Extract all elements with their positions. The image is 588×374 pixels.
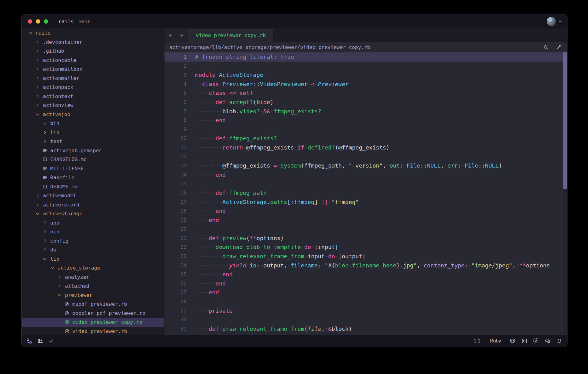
code-line-31[interactable]: 31····def·draw_relevant_frame_from(file,… — [164, 324, 567, 334]
code-line-14[interactable]: 14······end — [164, 170, 567, 179]
code-line-1[interactable]: 1#·frozen_string_literal:·true — [164, 52, 567, 62]
line-number[interactable]: 15 — [164, 179, 187, 188]
line-number[interactable]: 10 — [164, 134, 187, 143]
line-number[interactable]: 30 — [164, 315, 187, 324]
line-number[interactable]: 20 — [164, 225, 187, 234]
code-line-5[interactable]: 5····class·<<·self — [164, 89, 567, 98]
code-line-24[interactable]: 24··········yield·io:·output,·filename:·… — [164, 261, 567, 270]
breadcrumb[interactable]: activestorage/lib/active_storage/preview… — [169, 44, 370, 50]
tree-item-active-storage[interactable]: active_storage — [22, 263, 164, 273]
tree-item-previewer[interactable]: previewer — [22, 291, 164, 300]
code-line-21[interactable]: 21····def·preview(**options) — [164, 234, 567, 243]
project-panel-icon[interactable] — [25, 337, 33, 345]
line-number[interactable]: 16 — [164, 188, 187, 198]
navigate-back-button[interactable] — [168, 32, 174, 38]
tree-item-actionmailer[interactable]: actionmailer — [22, 74, 164, 83]
tree-item-bin[interactable]: bin — [22, 119, 164, 128]
tree-item-activerecord[interactable]: activerecord — [22, 200, 164, 210]
line-number[interactable]: 31 — [164, 324, 187, 334]
line-number[interactable]: 3 — [164, 70, 187, 80]
code-line-18[interactable]: 18······end — [164, 206, 567, 216]
line-number[interactable]: 14 — [164, 170, 187, 179]
tree-item-mit-license[interactable]: MIT-LICENSE — [22, 164, 164, 173]
tree-item-lib[interactable]: lib — [22, 128, 164, 137]
line-number[interactable]: 7 — [164, 107, 187, 116]
notifications-bell-icon[interactable] — [556, 337, 563, 345]
tree-item-poppler-pdf-previewer-rb[interactable]: poppler_pdf_previewer.rb — [22, 309, 164, 318]
code-line-13[interactable]: 13········@ffmpeg_exists·=·system(ffmpeg… — [164, 161, 567, 170]
line-number[interactable]: 11 — [164, 143, 187, 152]
navigate-forward-button[interactable] — [179, 32, 185, 38]
line-number[interactable]: 25 — [164, 270, 187, 279]
line-number[interactable]: 1 — [164, 52, 187, 62]
code-line-12[interactable]: 12 — [164, 152, 567, 161]
code-line-7[interactable]: 7········blob.video?·&&·ffmpeg_exists? — [164, 107, 567, 116]
code-line-19[interactable]: 19····end — [164, 216, 567, 225]
tree-item-activejob-gemspec[interactable]: activejob.gemspec — [22, 146, 164, 155]
tree-item-video-previewer-rb[interactable]: video_previewer.rb — [22, 327, 164, 335]
code-line-9[interactable]: 9 — [164, 125, 567, 134]
line-number[interactable]: 17 — [164, 198, 187, 207]
tree-item-app[interactable]: app — [22, 218, 164, 228]
close-button[interactable] — [28, 19, 32, 24]
scrollbar-thumb[interactable] — [563, 52, 567, 189]
code-area[interactable]: 1#·frozen_string_literal:·true23module·A… — [164, 52, 567, 335]
line-number[interactable]: 19 — [164, 216, 187, 225]
line-number[interactable]: 28 — [164, 297, 187, 306]
code-line-20[interactable]: 20 — [164, 225, 567, 234]
feedback-icon[interactable] — [544, 337, 551, 345]
copilot-icon[interactable] — [509, 337, 516, 345]
tree-item-readme-md[interactable]: README.md — [22, 182, 164, 191]
code-line-15[interactable]: 15 — [164, 179, 567, 188]
code-line-2[interactable]: 2 — [164, 62, 567, 71]
line-number[interactable]: 13 — [164, 161, 187, 170]
tree-item-video-previewer-copy-rb[interactable]: video_previewer copy.rb — [22, 318, 164, 327]
line-number[interactable]: 22 — [164, 243, 187, 252]
inline-assist-wand-icon[interactable] — [556, 44, 562, 50]
avatar[interactable] — [546, 17, 556, 26]
tree-item-activestorage[interactable]: activestorage — [22, 209, 164, 218]
chevron-down-icon[interactable] — [558, 19, 563, 24]
code-line-28[interactable]: 28 — [164, 297, 567, 306]
code-line-25[interactable]: 25········end — [164, 270, 567, 279]
minimize-button[interactable] — [36, 19, 40, 24]
code-line-23[interactable]: 23········draw_relevant_frame_from·input… — [164, 252, 567, 261]
tree-item-actionmailbox[interactable]: actionmailbox — [22, 65, 164, 74]
project-name[interactable]: rails — [58, 19, 74, 25]
diagnostics-check-icon[interactable] — [47, 337, 55, 345]
tree-item--github[interactable]: .github — [22, 47, 164, 56]
tree-item-bin[interactable]: bin — [22, 227, 164, 236]
tree-item-lib[interactable]: lib — [22, 255, 164, 264]
tree-item-db[interactable]: db — [22, 245, 164, 255]
line-number[interactable]: 4 — [164, 80, 187, 89]
tree-item-rakefile[interactable]: Rakefile — [22, 173, 164, 182]
language-selector[interactable]: Ruby — [490, 338, 501, 344]
line-number[interactable]: 24 — [164, 261, 187, 270]
tree-item-analyzer[interactable]: analyzer — [22, 273, 164, 282]
code-line-27[interactable]: 27····end — [164, 288, 567, 297]
tree-item-test[interactable]: test — [22, 137, 164, 146]
code-line-8[interactable]: 8······end — [164, 116, 567, 125]
zoom-button[interactable] — [44, 19, 48, 24]
line-number[interactable]: 6 — [164, 98, 187, 107]
line-number[interactable]: 2 — [164, 62, 187, 71]
terminal-icon[interactable] — [521, 337, 528, 345]
tree-item-rails[interactable]: rails — [22, 28, 164, 38]
collaboration-icon[interactable] — [36, 337, 44, 345]
tree-item-config[interactable]: config — [22, 236, 164, 246]
scrollbar-track[interactable] — [563, 52, 567, 335]
assistant-z-icon[interactable] — [532, 337, 540, 345]
code-line-6[interactable]: 6······def·accept?(blob) — [164, 98, 567, 107]
code-line-4[interactable]: 4··class·Previewer::VideoPreviewer·<·Pre… — [164, 80, 567, 89]
code-line-10[interactable]: 10······def·ffmpeg_exists? — [164, 134, 567, 143]
line-number[interactable]: 21 — [164, 234, 187, 243]
code-line-29[interactable]: 29····private — [164, 306, 567, 315]
line-number[interactable]: 9 — [164, 125, 187, 134]
tree-item-changelog-md[interactable]: CHANGELOG.md — [22, 155, 164, 164]
tree-item-mupdf-previewer-rb[interactable]: mupdf_previewer.rb — [22, 300, 164, 309]
tree-item-activemodel[interactable]: activemodel — [22, 191, 164, 200]
line-number[interactable]: 8 — [164, 116, 187, 125]
tree-item-actionpack[interactable]: actionpack — [22, 83, 164, 92]
code-line-16[interactable]: 16······def·ffmpeg_path — [164, 188, 567, 198]
code-line-26[interactable]: 26······end — [164, 279, 567, 288]
